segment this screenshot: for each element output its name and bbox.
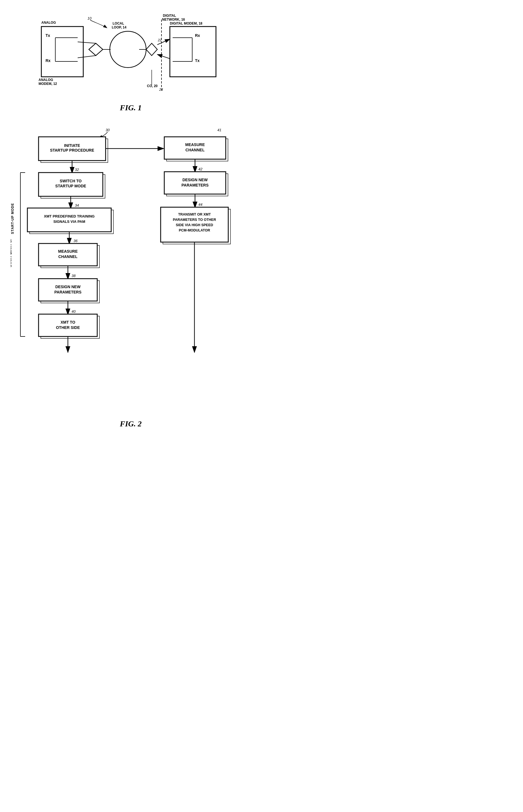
fig2-diagram: 30 INITIATE STARTUP PROCEDURE 32 SWITCH … [11, 124, 251, 417]
svg-line-22 [157, 54, 170, 59]
svg-text:10: 10 [87, 16, 92, 20]
svg-text:36: 36 [73, 239, 78, 243]
fig1-title: FIG. 1 [120, 103, 142, 112]
svg-text:XMT TO: XMT TO [61, 320, 75, 324]
svg-text:MODE: MODE [11, 250, 12, 260]
svg-text:SIDE VIA HIGH SPEED: SIDE VIA HIGH SPEED [176, 223, 213, 227]
fig1-container: 10 Tx Rx [17, 11, 245, 120]
svg-text:NETWORK, 16: NETWORK, 16 [162, 18, 185, 21]
svg-text:MEASURE: MEASURE [58, 249, 78, 253]
svg-text:LOCAL: LOCAL [113, 21, 124, 25]
svg-text:INITIATE: INITIATE [64, 143, 80, 148]
svg-text:44: 44 [198, 203, 202, 207]
svg-text:38: 38 [72, 273, 76, 278]
svg-text:DIGITAL: DIGITAL [163, 14, 176, 18]
svg-text:24: 24 [159, 88, 163, 92]
svg-text:22: 22 [158, 38, 162, 42]
svg-text:ANALOG: ANALOG [39, 78, 53, 82]
svg-text:OTHER SIDE: OTHER SIDE [56, 325, 80, 330]
svg-rect-15 [170, 26, 216, 77]
svg-text:ANALOG: ANALOG [41, 21, 56, 24]
svg-line-9 [78, 56, 96, 58]
svg-text:Rx: Rx [195, 33, 200, 38]
svg-text:XMT PREDEFINED TRAINING: XMT PREDEFINED TRAINING [44, 214, 94, 219]
svg-text:CHANNEL: CHANNEL [58, 254, 78, 259]
svg-text:42: 42 [198, 167, 202, 171]
svg-text:LOOP, 14: LOOP, 14 [112, 25, 127, 29]
svg-text:TRANSMIT OR XMT: TRANSMIT OR XMT [178, 212, 211, 216]
page: 10 Tx Rx [0, 0, 262, 448]
svg-text:PARAMETERS: PARAMETERS [54, 290, 82, 294]
svg-text:DESIGN NEW: DESIGN NEW [182, 177, 208, 182]
fig2-container: 30 INITIATE STARTUP PROCEDURE 32 SWITCH … [17, 124, 245, 437]
svg-text:PARAMETERS TO OTHER: PARAMETERS TO OTHER [173, 218, 216, 222]
svg-text:CO, 20: CO, 20 [147, 84, 158, 88]
svg-text:Rx: Rx [46, 58, 51, 63]
svg-text:40: 40 [72, 309, 76, 314]
svg-text:PARAMETERS: PARAMETERS [182, 183, 209, 187]
svg-marker-7 [89, 43, 103, 56]
svg-text:STARTUP PROCEDURE: STARTUP PROCEDURE [50, 148, 94, 152]
fig1-diagram: 10 Tx Rx [33, 11, 229, 100]
svg-text:SIGNALS VIA PAM: SIGNALS VIA PAM [53, 220, 85, 224]
svg-text:MODEM, 12: MODEM, 12 [39, 82, 57, 86]
svg-text:MEASURE: MEASURE [185, 143, 205, 147]
svg-text:30: 30 [106, 128, 110, 132]
svg-text:34: 34 [75, 203, 79, 207]
svg-text:41: 41 [217, 128, 221, 132]
svg-text:DESIGN NEW: DESIGN NEW [55, 285, 81, 289]
svg-text:CHANNEL: CHANNEL [185, 148, 205, 152]
svg-text:SWITCH TO: SWITCH TO [60, 179, 82, 183]
svg-text:32: 32 [75, 168, 79, 172]
svg-line-8 [78, 42, 96, 43]
svg-text:DIGITAL MODEM, 18: DIGITAL MODEM, 18 [170, 21, 202, 25]
startup-mode-label: START-UP MODE [11, 203, 15, 234]
svg-text:PCM-MODULATOR: PCM-MODULATOR [179, 228, 210, 232]
svg-text:Tx: Tx [195, 58, 200, 63]
fig2-title: FIG. 2 [120, 419, 142, 428]
svg-text:STARTUP MODE: STARTUP MODE [55, 184, 86, 188]
svg-marker-12 [146, 43, 157, 56]
svg-text:Tx: Tx [46, 33, 50, 38]
